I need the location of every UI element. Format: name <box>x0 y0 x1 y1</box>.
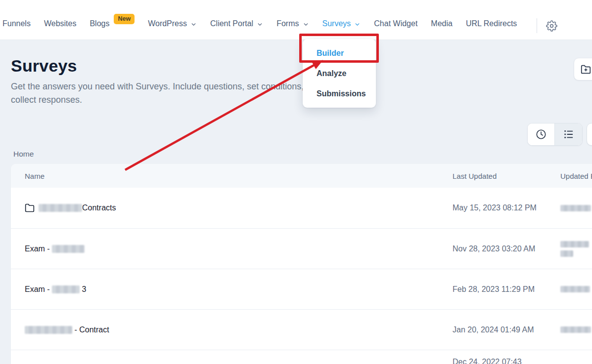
table-row[interactable]: ContractsMay 15, 2023 08:12 PM <box>11 188 592 228</box>
redacted-text <box>560 326 591 333</box>
last-updated-cell: Feb 28, 2023 11:29 PM <box>453 284 560 295</box>
row-name-text: Contracts <box>82 203 116 212</box>
redacted-text <box>560 286 590 292</box>
nav-item-websites[interactable]: Websites <box>44 19 77 28</box>
recent-view-button[interactable] <box>528 123 554 145</box>
nav-item-label: WordPress <box>148 19 187 28</box>
dropdown-item-analyze[interactable]: Analyze <box>303 63 376 83</box>
updated-by-cell <box>560 205 592 211</box>
redacted-text <box>52 285 80 293</box>
dropdown-item-builder[interactable]: Builder <box>303 43 376 63</box>
nav-item-label: Forms <box>276 19 299 28</box>
column-header-updated-by: Updated By <box>560 172 592 180</box>
column-header-last-updated: Last Updated <box>453 172 560 180</box>
table-row[interactable]: Exam - 3Feb 28, 2023 11:29 PM <box>11 269 592 309</box>
updated-by-cell <box>560 286 592 292</box>
nav-item-label: Client Portal <box>210 19 253 28</box>
last-updated-value: May 15, 2023 08:12 PM <box>453 202 537 213</box>
column-header-name: Name <box>25 172 453 180</box>
page-description-line1: Get the answers you need with Surveys. I… <box>11 81 352 91</box>
last-updated-value: Feb 28, 2023 11:29 PM <box>453 284 535 295</box>
nav-item-label: Funnels <box>2 19 31 28</box>
last-updated-cell: Nov 28, 2023 03:20 AM <box>453 243 560 254</box>
surveys-dropdown-menu: BuilderAnalyzeSubmissions <box>303 39 376 108</box>
nav-item-media[interactable]: Media <box>431 19 453 28</box>
last-updated-value: Jan 20, 2024 01:49 AM <box>453 324 534 335</box>
nav-item-client-portal[interactable]: Client Portal <box>210 19 263 28</box>
last-updated-value: Nov 28, 2023 03:20 AM <box>453 243 535 254</box>
name-cell: Exam - <box>25 244 453 253</box>
redacted-text <box>52 245 85 253</box>
redacted-text <box>560 241 589 247</box>
chevron-down-icon <box>257 21 263 28</box>
nav-item-surveys[interactable]: Surveys <box>322 19 361 28</box>
redacted-text <box>560 250 573 257</box>
top-navbar: FunnelsWebsitesBlogsNewWordPressClient P… <box>0 0 592 40</box>
nav-divider <box>537 18 537 33</box>
name-cell: - Contract <box>25 325 453 334</box>
new-folder-button[interactable] <box>574 58 592 81</box>
last-updated-cell: Jan 20, 2024 01:49 AM <box>453 324 560 335</box>
new-badge: New <box>114 14 135 24</box>
table-header: Name Last Updated Updated By <box>11 164 592 188</box>
row-name-text: Exam - <box>25 285 52 294</box>
last-updated-cell: May 15, 2023 08:12 PM <box>453 202 560 213</box>
folder-icon <box>25 203 35 213</box>
table-body: ContractsMay 15, 2023 08:12 PMExam - Nov… <box>11 188 592 364</box>
gear-icon[interactable] <box>546 20 557 32</box>
view-toggle-group <box>527 123 583 146</box>
nav-item-wordpress[interactable]: WordPress <box>148 19 197 28</box>
nav-item-forms[interactable]: Forms <box>276 19 309 28</box>
nav-item-url-redirects[interactable]: URL Redirects <box>466 19 517 28</box>
updated-by-cell <box>560 326 592 333</box>
table-row[interactable]: Dec 24, 2022 07:43 <box>11 350 592 364</box>
nav-item-label: Media <box>431 19 453 28</box>
updated-by-cell <box>560 241 592 257</box>
page-description-line2: collect responses. <box>11 95 82 105</box>
clock-icon <box>536 129 546 140</box>
nav-item-label: Chat Widget <box>374 19 417 28</box>
nav-item-chat-widget[interactable]: Chat Widget <box>374 19 417 28</box>
nav-item-label: URL Redirects <box>466 19 517 28</box>
chevron-down-icon <box>190 21 197 28</box>
nav-item-blogs[interactable]: BlogsNew <box>90 19 135 29</box>
breadcrumb[interactable]: Home <box>13 150 34 159</box>
nav-right-group <box>537 18 557 33</box>
nav-item-label: Blogs <box>90 19 109 28</box>
last-updated-cell: Dec 24, 2022 07:43 <box>453 350 560 364</box>
name-cell: Contracts <box>25 203 453 213</box>
row-name-text: 3 <box>80 285 86 294</box>
table-row[interactable]: - ContractJan 20, 2024 01:49 AM <box>11 309 592 350</box>
row-name-text: Exam - <box>25 244 52 253</box>
list-icon <box>563 129 574 140</box>
redacted-text <box>25 326 72 334</box>
name-cell: Exam - 3 <box>25 285 453 294</box>
list-view-button[interactable] <box>554 123 582 145</box>
updated-by-cell <box>560 350 592 357</box>
redacted-text <box>560 205 591 211</box>
nav-items: FunnelsWebsitesBlogsNewWordPressClient P… <box>2 19 517 29</box>
redacted-text <box>39 204 82 212</box>
surveys-table: Name Last Updated Updated By ContractsMa… <box>11 164 592 364</box>
nav-item-label: Surveys <box>322 19 351 28</box>
name-cell <box>25 350 453 357</box>
chevron-down-icon <box>303 21 309 28</box>
extra-toolbar-button[interactable] <box>587 123 592 146</box>
page-title: Surveys <box>11 56 77 76</box>
nav-item-label: Websites <box>44 19 77 28</box>
chevron-down-icon <box>354 21 361 28</box>
dropdown-item-submissions[interactable]: Submissions <box>303 83 376 104</box>
row-name-text: - Contract <box>72 325 109 334</box>
table-row[interactable]: Exam - Nov 28, 2023 03:20 AM <box>11 228 592 269</box>
last-updated-value: Dec 24, 2022 07:43 <box>453 357 522 364</box>
folder-plus-icon <box>581 64 591 75</box>
nav-item-funnels[interactable]: Funnels <box>2 19 31 28</box>
